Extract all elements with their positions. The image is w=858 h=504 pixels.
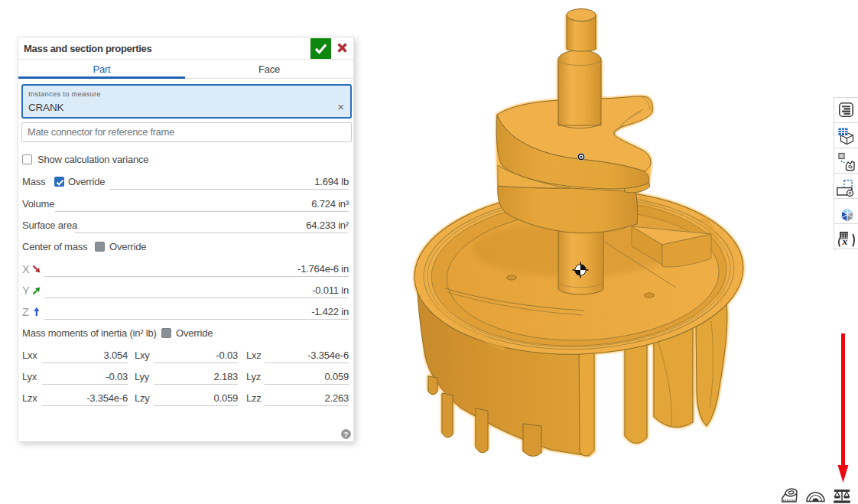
svg-text:x: x xyxy=(842,236,848,247)
svg-text:?: ? xyxy=(344,430,349,438)
